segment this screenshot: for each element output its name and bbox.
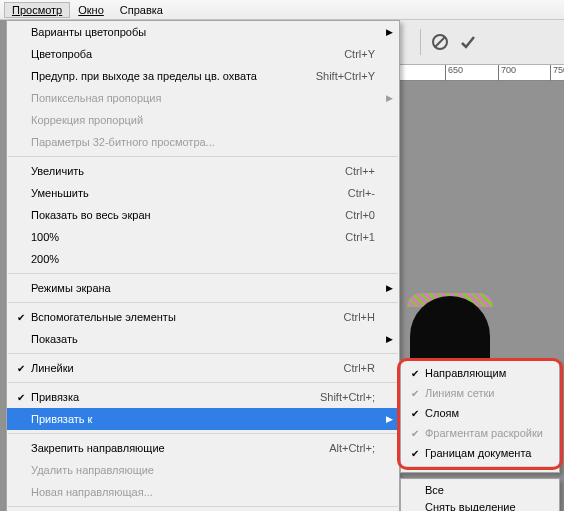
- submenu-item-label: Границам документа: [423, 447, 543, 459]
- check-icon: ✔: [407, 448, 423, 459]
- submenu-arrow-icon: ▶: [386, 283, 393, 293]
- submenu-item[interactable]: Все: [401, 481, 559, 498]
- menu-item[interactable]: ✔ЛинейкиCtrl+R: [7, 357, 399, 379]
- menu-item-label: Параметры 32-битного просмотра...: [29, 136, 379, 148]
- menu-item[interactable]: 100%Ctrl+1: [7, 226, 399, 248]
- menu-item: Удалить направляющие: [7, 459, 399, 481]
- submenu-item[interactable]: ✔Направляющим: [401, 363, 559, 383]
- menu-shortcut: Ctrl+-: [348, 187, 379, 199]
- menu-help[interactable]: Справка: [112, 2, 171, 18]
- menu-shortcut: Shift+Ctrl+;: [320, 391, 379, 403]
- menu-item-label: Режимы экрана: [29, 282, 379, 294]
- menu-separator: [402, 466, 558, 467]
- menu-separator: [8, 506, 398, 507]
- submenu-item-label: Слоям: [423, 407, 543, 419]
- menu-item-label: Линейки: [29, 362, 344, 374]
- submenu-arrow-icon: ▶: [386, 414, 393, 424]
- menu-item-label: Удалить направляющие: [29, 464, 379, 476]
- menu-item-label: Уменьшить: [29, 187, 348, 199]
- menu-item-label: Попиксельная пропорция: [29, 92, 379, 104]
- menu-item-label: Привязать к: [29, 413, 379, 425]
- toolbar: [400, 20, 564, 65]
- menu-item-label: Увеличить: [29, 165, 345, 177]
- menu-shortcut: Ctrl++: [345, 165, 379, 177]
- svg-line-1: [435, 37, 445, 47]
- submenu-item-label: Линиям сетки: [423, 387, 543, 399]
- menu-separator: [8, 273, 398, 274]
- menu-separator: [8, 353, 398, 354]
- check-icon: ✔: [13, 363, 29, 374]
- menu-item-label: Предупр. при выходе за пределы цв. охват…: [29, 70, 316, 82]
- menu-item[interactable]: ✔Вспомогательные элементыCtrl+H: [7, 306, 399, 328]
- toolbar-divider: [420, 29, 421, 55]
- commit-icon[interactable]: [459, 33, 477, 51]
- cancel-icon[interactable]: [431, 33, 449, 51]
- menu-item-label: Коррекция пропорций: [29, 114, 379, 126]
- menu-item-label: Вспомогательные элементы: [29, 311, 344, 323]
- menu-item[interactable]: Привязать к▶: [7, 408, 399, 430]
- menu-shortcut: Ctrl+Y: [344, 48, 379, 60]
- menu-item[interactable]: Варианты цветопробы▶: [7, 21, 399, 43]
- menu-item-label: 200%: [29, 253, 379, 265]
- menu-item: Параметры 32-битного просмотра...: [7, 131, 399, 153]
- menu-item-label: Показать: [29, 333, 379, 345]
- submenu-arrow-icon: ▶: [386, 27, 393, 37]
- menu-item-label: Варианты цветопробы: [29, 26, 379, 38]
- submenu-item-label: Все: [423, 484, 539, 496]
- menu-separator: [8, 302, 398, 303]
- menu-item[interactable]: ✔ПривязкаShift+Ctrl+;: [7, 386, 399, 408]
- menu-shortcut: Ctrl+0: [345, 209, 379, 221]
- menu-separator: [8, 382, 398, 383]
- menu-item-label: Новая направляющая...: [29, 486, 379, 498]
- menu-shortcut: Alt+Ctrl+;: [329, 442, 379, 454]
- menu-item-label: Цветопроба: [29, 48, 344, 60]
- menu-item[interactable]: Режимы экрана▶: [7, 277, 399, 299]
- submenu-item[interactable]: ✔Границам документа: [401, 443, 559, 463]
- check-icon: ✔: [13, 312, 29, 323]
- check-icon: ✔: [407, 428, 423, 439]
- menu-item[interactable]: Показать▶: [7, 328, 399, 350]
- menu-shortcut: Ctrl+R: [344, 362, 379, 374]
- menu-shortcut: Shift+Ctrl+Y: [316, 70, 379, 82]
- menubar: Просмотр Окно Справка: [0, 0, 564, 20]
- ruler-tick: 750: [550, 65, 564, 81]
- check-icon: ✔: [407, 408, 423, 419]
- check-icon: ✔: [407, 388, 423, 399]
- menu-item: Коррекция пропорций: [7, 109, 399, 131]
- snap-to-submenu: ✔Направляющим✔Линиям сетки✔Слоям✔Фрагмен…: [400, 360, 560, 473]
- menu-separator: [8, 156, 398, 157]
- submenu-item: ✔Фрагментам раскройки: [401, 423, 559, 443]
- menu-item-label: Привязка: [29, 391, 320, 403]
- submenu-item-label: Снять выделение: [423, 501, 539, 512]
- menu-window[interactable]: Окно: [70, 2, 112, 18]
- check-icon: ✔: [407, 368, 423, 379]
- menu-view[interactable]: Просмотр: [4, 2, 70, 18]
- menu-item[interactable]: Показать во весь экранCtrl+0: [7, 204, 399, 226]
- menu-shortcut: Ctrl+1: [345, 231, 379, 243]
- submenu-item[interactable]: Снять выделение: [401, 498, 559, 511]
- submenu-item: ✔Линиям сетки: [401, 383, 559, 403]
- submenu-item[interactable]: ✔Слоям: [401, 403, 559, 423]
- menu-item: Попиксельная пропорция▶: [7, 87, 399, 109]
- ruler-tick: 650: [445, 65, 463, 81]
- menu-item-label: 100%: [29, 231, 345, 243]
- menu-item[interactable]: УменьшитьCtrl+-: [7, 182, 399, 204]
- menu-item[interactable]: Закрепить направляющиеAlt+Ctrl+;: [7, 437, 399, 459]
- menu-item[interactable]: 200%: [7, 248, 399, 270]
- menu-item[interactable]: Предупр. при выходе за пределы цв. охват…: [7, 65, 399, 87]
- view-menu-dropdown: Варианты цветопробы▶ЦветопробаCtrl+YПред…: [6, 20, 400, 511]
- menu-shortcut: Ctrl+H: [344, 311, 379, 323]
- submenu-item-label: Направляющим: [423, 367, 543, 379]
- menu-item[interactable]: УвеличитьCtrl++: [7, 160, 399, 182]
- snap-to-submenu-extra: ВсеСнять выделение: [400, 478, 560, 511]
- menu-separator: [8, 433, 398, 434]
- submenu-arrow-icon: ▶: [386, 93, 393, 103]
- ruler-horizontal: 650700750: [400, 65, 564, 81]
- menu-item: Новая направляющая...: [7, 481, 399, 503]
- menu-item[interactable]: ЦветопробаCtrl+Y: [7, 43, 399, 65]
- check-icon: ✔: [13, 392, 29, 403]
- submenu-arrow-icon: ▶: [386, 334, 393, 344]
- menu-item-label: Закрепить направляющие: [29, 442, 329, 454]
- menu-item-label: Показать во весь экран: [29, 209, 345, 221]
- submenu-item-label: Фрагментам раскройки: [423, 427, 543, 439]
